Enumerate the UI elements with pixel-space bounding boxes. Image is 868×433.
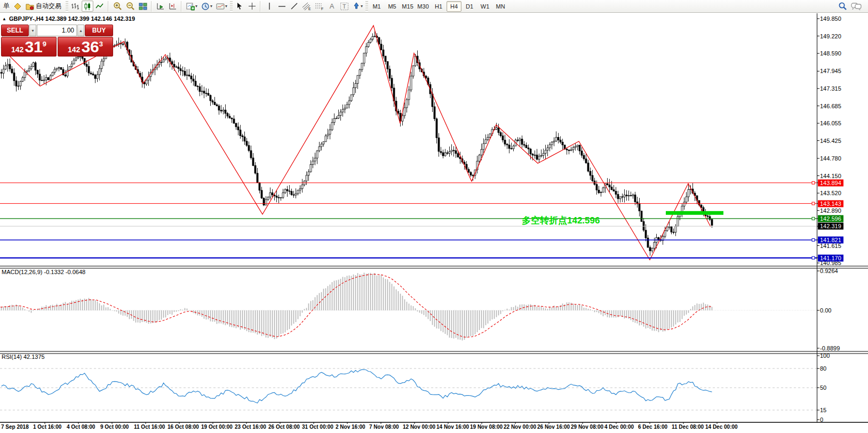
date-tick-label: 29 Nov 08:00 xyxy=(571,424,603,430)
date-tick-label: 9 Oct 00:00 xyxy=(100,424,129,430)
date-tick-label: 22 Nov 00:00 xyxy=(504,424,536,430)
volume-decrease-button[interactable]: ▼ xyxy=(29,25,36,36)
date-tick-label: 19 Nov 08:00 xyxy=(470,424,503,430)
buy-price-display[interactable]: 142363 xyxy=(58,37,113,57)
axis-tick-label: 15 xyxy=(820,407,826,413)
symbol-info-line: ▲ GBPJPY-,H4 142.389 142.399 142.146 142… xyxy=(2,15,135,22)
price-level-badge: 141.170 xyxy=(818,254,843,261)
date-tick-label: 6 Dec 16:00 xyxy=(638,424,667,430)
axis-tick-label: 142.890 xyxy=(820,207,841,214)
collapse-arrow-icon[interactable]: ▲ xyxy=(2,17,6,21)
date-tick-label: 31 Oct 00:00 xyxy=(302,424,333,430)
price-level-badge: 141.821 xyxy=(818,236,843,243)
date-tick-label: 12 Nov 00:00 xyxy=(403,424,435,430)
axis-tick-label: 0 xyxy=(820,416,823,423)
axis-tick-label: 0.9264 xyxy=(820,268,838,274)
date-tick-label: 14 Nov 16:00 xyxy=(436,424,469,430)
price-level-badge: 143.143 xyxy=(818,200,843,207)
date-tick-label: 26 Oct 08:00 xyxy=(268,424,300,430)
axis-tick-label: 144.150 xyxy=(820,173,841,179)
sell-price-display[interactable]: 142319 xyxy=(1,37,57,57)
symbol-ohlc-text: GBPJPY-,H4 142.389 142.399 142.146 142.3… xyxy=(9,15,135,22)
axis-tick-label: 147.945 xyxy=(820,68,841,74)
price-level-badge: 142.596 xyxy=(818,215,843,222)
date-tick-label: 1 Oct 16:00 xyxy=(33,424,61,430)
volume-increase-button[interactable]: ▲ xyxy=(77,25,84,36)
date-tick-label: 4 Oct 08:00 xyxy=(67,424,95,430)
annotation-text: 多空转折点142.596 xyxy=(522,214,600,227)
one-click-trading-panel: SELL ▼ 1.00 ▲ BUY 142319 142363 xyxy=(1,25,113,57)
axis-tick-label: 100 xyxy=(820,352,830,359)
rsi-indicator-label: RSI(14) 42.1375 xyxy=(2,354,45,360)
date-tick-label: 7 Nov 08:00 xyxy=(369,424,399,430)
axis-tick-label: 148.590 xyxy=(820,50,841,57)
axis-tick-label: 146.685 xyxy=(820,103,841,109)
date-tick-label: 23 Oct 16:00 xyxy=(235,424,266,430)
axis-tick-label: 146.055 xyxy=(820,120,841,126)
axis-tick-label: 145.425 xyxy=(820,138,841,144)
buy-button[interactable]: BUY xyxy=(85,25,113,36)
date-tick-label: 4 Dec 00:00 xyxy=(604,424,634,430)
date-tick-label: 2 Nov 16:00 xyxy=(336,424,365,430)
date-tick-label: 14 Dec 00:00 xyxy=(705,424,738,430)
axis-tick-label: 50 xyxy=(820,384,826,391)
axis-tick-label: 147.315 xyxy=(820,85,841,92)
axis-tick-label: 0.00 xyxy=(820,307,831,314)
axis-tick-label: 144.780 xyxy=(820,155,841,162)
axis-tick-label: 149.850 xyxy=(820,15,841,22)
date-tick-label: 26 Nov 16:00 xyxy=(537,424,570,430)
chart-canvas[interactable]: ▲ GBPJPY-,H4 142.389 142.399 142.146 142… xyxy=(0,0,868,433)
axis-tick-label: -0.8899 xyxy=(820,345,840,351)
date-tick-label: 7 Sep 2018 xyxy=(1,424,29,430)
volume-input[interactable]: 1.00 xyxy=(37,25,77,36)
date-tick-label: 11 Dec 08:00 xyxy=(672,424,704,430)
price-level-badge: 142.319 xyxy=(818,223,843,230)
date-tick-label: 16 Oct 08:00 xyxy=(168,424,199,430)
date-tick-label: 11 Oct 16:00 xyxy=(134,424,165,430)
axis-tick-label: 80 xyxy=(820,365,826,372)
date-tick-label: 19 Oct 00:00 xyxy=(201,424,233,430)
sell-button[interactable]: SELL xyxy=(1,25,29,36)
price-level-badge: 143.894 xyxy=(818,179,843,186)
mt4-window: 单 自动交易 xyxy=(0,0,868,433)
chart-svg xyxy=(0,0,868,433)
axis-tick-label: 149.220 xyxy=(820,33,841,39)
axis-tick-label: 143.520 xyxy=(820,190,841,196)
macd-indicator-label: MACD(12,26,9) -0.1332 -0.0648 xyxy=(2,269,85,275)
